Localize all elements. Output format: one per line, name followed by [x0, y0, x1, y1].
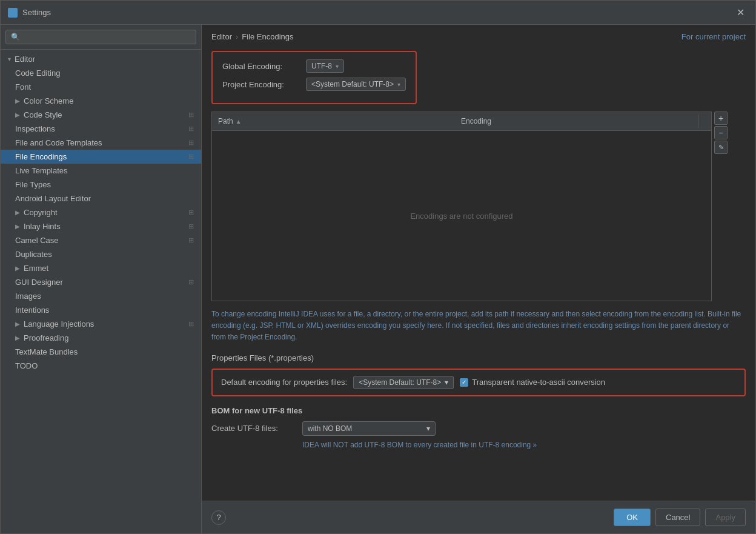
sidebar-item-label: File and Code Templates [15, 138, 102, 147]
sidebar-item-label: GUI Designer [15, 278, 63, 287]
sidebar-item-inlay-hints[interactable]: ▶ Inlay Hints ⊞ [1, 219, 201, 233]
props-section-title: Properties Files (*.properties) [211, 353, 746, 362]
transparent-checkbox[interactable]: ✓ [460, 378, 468, 387]
breadcrumb-current: File Encodings [242, 32, 293, 41]
copy-icon-inspections: ⊞ [188, 125, 194, 133]
sidebar-item-label: Proofreading [24, 333, 68, 342]
bom-info-link[interactable]: UTF-8 BOM [364, 441, 403, 449]
table-col-encoding[interactable]: Encoding [455, 115, 698, 128]
global-encoding-dropdown-arrow: ▾ [336, 63, 339, 70]
sort-arrow-path: ▲ [236, 118, 242, 125]
expand-arrow-emmet: ▶ [15, 265, 20, 272]
sidebar-item-gui-designer[interactable]: GUI Designer ⊞ [1, 275, 201, 289]
sidebar-item-label: File Encodings [15, 152, 67, 161]
sidebar-item-intentions[interactable]: Intentions [1, 303, 201, 317]
title-bar: Settings ✕ [1, 1, 755, 25]
global-encoding-row: Global Encoding: UTF-8 ▾ [222, 59, 406, 73]
sidebar-item-file-encodings[interactable]: File Encodings ⊞ [1, 150, 201, 164]
bom-create-row: Create UTF-8 files: with NO BOM ▾ [211, 421, 746, 436]
global-encoding-label: Global Encoding: [222, 62, 301, 71]
sidebar-item-color-scheme[interactable]: ▶ Color Scheme [1, 94, 201, 108]
cancel-button[interactable]: Cancel [655, 509, 700, 526]
table-col-path[interactable]: Path ▲ [212, 115, 455, 128]
action-buttons: OK Cancel Apply [614, 509, 746, 526]
sidebar-item-label: Inspections [15, 124, 55, 133]
sidebar-item-copyright[interactable]: ▶ Copyright ⊞ [1, 205, 201, 219]
sidebar-item-images[interactable]: Images [1, 289, 201, 303]
sidebar-tree: ▾ Editor Code Editing Font ▶ Color Schem… [1, 50, 201, 533]
table-body: Encodings are not configured [212, 131, 711, 301]
sidebar-item-live-templates[interactable]: Live Templates [1, 164, 201, 178]
breadcrumb-link[interactable]: For current project [681, 32, 746, 41]
table-header: Path ▲ Encoding [212, 112, 711, 131]
settings-body: Global Encoding: UTF-8 ▾ Project Encodin… [202, 46, 755, 501]
close-button[interactable]: ✕ [733, 5, 748, 19]
sidebar-item-inspections[interactable]: Inspections ⊞ [1, 122, 201, 136]
bom-info-prefix: IDEA will NOT add [302, 441, 364, 449]
sidebar-item-label: TODO [15, 361, 38, 370]
project-encoding-label: Project Encoding: [222, 80, 301, 89]
sidebar-item-label: Code Editing [15, 68, 60, 78]
sidebar-item-todo[interactable]: TODO [1, 359, 201, 373]
table-edit-button[interactable]: ✎ [714, 141, 728, 154]
sidebar-item-emmet[interactable]: ▶ Emmet [1, 261, 201, 275]
sidebar-item-code-style[interactable]: ▶ Code Style ⊞ [1, 108, 201, 122]
sidebar: ▾ Editor Code Editing Font ▶ Color Schem… [1, 25, 202, 533]
table-add-button[interactable]: + [714, 112, 728, 125]
bom-create-select[interactable]: with NO BOM ▾ [302, 421, 436, 436]
window-title: Settings [22, 8, 51, 17]
expand-arrow-proof: ▶ [15, 335, 20, 341]
props-dropdown-arrow: ▾ [445, 378, 448, 387]
sidebar-item-code-editing[interactable]: Code Editing [1, 66, 201, 80]
table-empty-message: Encodings are not configured [410, 212, 512, 221]
sidebar-item-language-injections[interactable]: ▶ Language Injections ⊞ [1, 317, 201, 331]
sidebar-item-label: Camel Case [15, 236, 59, 245]
copy-icon-lang: ⊞ [188, 320, 194, 328]
props-encoding-select[interactable]: <System Default: UTF-8> ▾ [353, 376, 454, 389]
ok-button[interactable]: OK [614, 509, 651, 526]
sidebar-item-label: Images [15, 292, 41, 301]
props-box: Default encoding for properties files: <… [211, 369, 746, 396]
transparent-checkbox-label: ✓ Transparent native-to-ascii conversion [460, 378, 605, 387]
sidebar-item-label: Editor [15, 55, 35, 64]
breadcrumb: Editor › File Encodings For current proj… [202, 25, 755, 46]
transparent-label-text: Transparent native-to-ascii conversion [472, 378, 605, 387]
table-remove-button[interactable]: − [714, 126, 728, 139]
right-panel: Editor › File Encodings For current proj… [202, 25, 755, 533]
project-encoding-select[interactable]: <System Default: UTF-8> ▾ [306, 78, 406, 91]
breadcrumb-parent: Editor [211, 32, 232, 41]
project-encoding-value: <System Default: UTF-8> [311, 80, 394, 88]
bom-info: IDEA will NOT add UTF-8 BOM to every cre… [211, 441, 746, 449]
bom-section: BOM for new UTF-8 files Create UTF-8 fil… [211, 406, 746, 449]
sidebar-item-camel-case[interactable]: Camel Case ⊞ [1, 233, 201, 247]
search-box [1, 25, 201, 50]
sidebar-item-duplicates[interactable]: Duplicates [1, 247, 201, 261]
sidebar-item-editor[interactable]: ▾ Editor [1, 52, 201, 66]
project-encoding-row: Project Encoding: <System Default: UTF-8… [222, 78, 406, 91]
expand-arrow-color: ▶ [15, 98, 20, 104]
copy-icon-inlay: ⊞ [188, 222, 194, 230]
copy-icon-file-encodings: ⊞ [188, 153, 194, 161]
help-button[interactable]: ? [211, 510, 226, 525]
expand-arrow-editor: ▾ [8, 56, 11, 62]
sidebar-item-file-code-templates[interactable]: File and Code Templates ⊞ [1, 136, 201, 150]
props-encoding-label: Default encoding for properties files: [221, 378, 347, 387]
copy-icon-camel: ⊞ [188, 236, 194, 244]
copy-icon-code-style: ⊞ [188, 111, 194, 119]
search-input[interactable] [5, 30, 196, 44]
info-text: To change encoding IntelliJ IDEA uses fo… [211, 309, 746, 344]
apply-button[interactable]: Apply [705, 509, 746, 526]
settings-window: Settings ✕ ▾ Editor Code Editing Font [0, 0, 756, 534]
sidebar-item-file-types[interactable]: File Types [1, 178, 201, 192]
sidebar-item-proofreading[interactable]: ▶ Proofreading [1, 331, 201, 345]
sidebar-item-android-layout[interactable]: Android Layout Editor [1, 192, 201, 205]
main-content: ▾ Editor Code Editing Font ▶ Color Schem… [1, 25, 755, 533]
sidebar-item-font[interactable]: Font [1, 80, 201, 94]
global-encoding-select[interactable]: UTF-8 ▾ [306, 59, 344, 73]
bom-create-label: Create UTF-8 files: [211, 424, 296, 433]
sidebar-item-textmate[interactable]: TextMate Bundles [1, 345, 201, 359]
bom-title: BOM for new UTF-8 files [211, 406, 746, 415]
project-encoding-dropdown-arrow: ▾ [397, 81, 400, 88]
expand-arrow-lang: ▶ [15, 321, 20, 327]
copy-icon-gui: ⊞ [188, 278, 194, 286]
